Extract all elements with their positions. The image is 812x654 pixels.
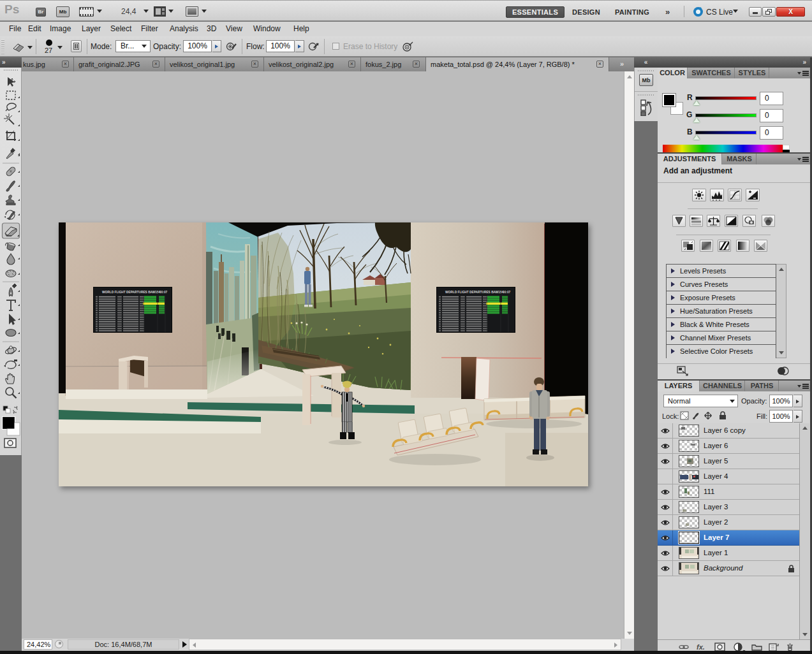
svg-text:fx.: fx. (697, 643, 705, 651)
